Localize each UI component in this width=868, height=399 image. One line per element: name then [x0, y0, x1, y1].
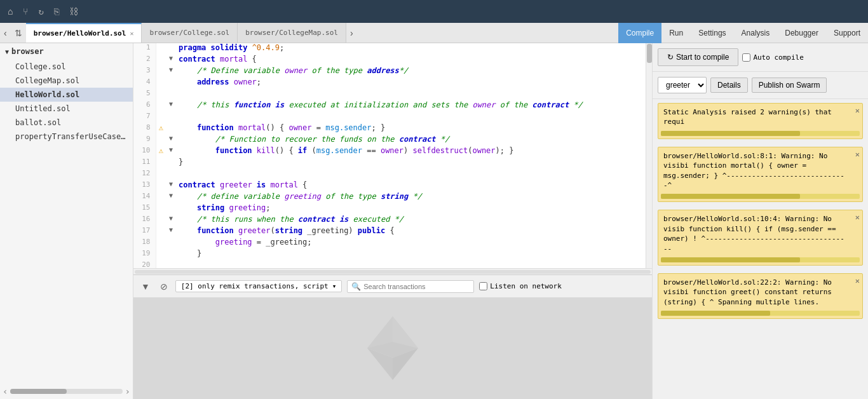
line-warn-9	[156, 135, 166, 146]
line-arrow-16[interactable]: ▼	[166, 215, 176, 226]
line-warn-12	[156, 169, 166, 180]
line-warn-18	[156, 238, 166, 249]
line-arrow-9[interactable]: ▼	[166, 135, 176, 146]
code-row-11: 11}	[133, 158, 652, 169]
warning-close-0[interactable]: ✕	[855, 106, 860, 115]
sidebar-scrollbar[interactable]	[10, 389, 122, 394]
compile-refresh-icon: ↻	[667, 53, 674, 62]
line-warn-11	[156, 158, 166, 169]
editor-hscrollbar[interactable]	[133, 268, 652, 274]
home-icon[interactable]: ⌂	[5, 4, 15, 19]
line-number-5: 5	[133, 89, 156, 100]
details-button[interactable]: Details	[710, 78, 748, 93]
line-code-11: }	[176, 158, 652, 169]
line-arrow-3[interactable]: ▼	[166, 66, 176, 78]
tx-listen-network: Listen on network	[479, 282, 562, 290]
line-code-19: }	[176, 249, 652, 260]
compile-button[interactable]: ↻ Start to compile	[658, 48, 738, 66]
line-number-15: 15	[133, 203, 156, 215]
line-number-6: 6	[133, 100, 156, 112]
tab-next-btn[interactable]: ›	[346, 23, 357, 43]
line-arrow-8	[166, 123, 176, 135]
line-code-3: /* Define variable owner of the type add…	[176, 66, 652, 78]
menu-settings[interactable]: Settings	[691, 23, 733, 43]
line-arrow-17[interactable]: ▼	[166, 226, 176, 238]
tab-helloworld-label: browser/HelloWorld.sol	[34, 29, 126, 37]
tab-helloworld-close[interactable]: ✕	[130, 30, 133, 37]
sidebar-item-helloworld[interactable]: HelloWorld.sol	[0, 88, 133, 102]
warning-close-3[interactable]: ✕	[855, 276, 860, 285]
line-warn-15	[156, 203, 166, 215]
line-code-5	[176, 89, 652, 100]
tx-clear-btn[interactable]: ⊘	[158, 280, 170, 293]
sidebar-item-ballot[interactable]: ballot.sol	[0, 116, 133, 130]
git-icon[interactable]: ⑂	[20, 4, 31, 19]
menu-analysis[interactable]: Analysis	[734, 23, 778, 43]
tab-collegemap[interactable]: browser/CollegeMap.sol	[238, 23, 346, 43]
menu-support[interactable]: Support	[826, 23, 868, 43]
tx-filter-dropdown[interactable]: [2] only remix transactions, script ▾	[175, 280, 342, 292]
warning-scrollbar-2[interactable]	[661, 257, 860, 262]
sidebar-scroll-left[interactable]: ‹	[3, 386, 8, 396]
sidebar-item-collegemap[interactable]: CollegeMap.sol	[0, 74, 133, 88]
sidebar-scroll-right[interactable]: ›	[125, 386, 130, 396]
tab-move-btn[interactable]: ⇅	[11, 23, 26, 43]
line-number-19: 19	[133, 249, 156, 260]
code-row-5: 5	[133, 89, 652, 100]
copy-icon[interactable]: ⎘	[51, 4, 62, 19]
sidebar-item-college[interactable]: College.sol	[0, 60, 133, 74]
warning-card-1: browser/HelloWorld.sol:8:1: Warning: No …	[658, 147, 863, 203]
warning-close-2[interactable]: ✕	[855, 213, 860, 222]
line-code-1: pragma solidity ^0.4.9;	[176, 43, 652, 55]
menu-debugger[interactable]: Debugger	[777, 23, 826, 43]
sidebar-header[interactable]: ▼ browser	[0, 43, 133, 60]
sidebar-item-untitled[interactable]: Untitled.sol	[0, 102, 133, 116]
code-row-6: 6▼ /* this function is executed at initi…	[133, 100, 652, 112]
line-warn-6	[156, 100, 166, 112]
line-arrow-13[interactable]: ▼	[166, 180, 176, 192]
warning-scrollbar-3[interactable]	[661, 311, 860, 316]
menu-compile[interactable]: Compile	[618, 23, 661, 43]
tab-helloworld[interactable]: browser/HelloWorld.sol ✕	[26, 23, 142, 43]
code-row-20: 20	[133, 260, 652, 268]
code-editor[interactable]: 1pragma solidity ^0.4.9;2▼contract morta…	[133, 43, 652, 268]
line-arrow-19	[166, 249, 176, 260]
tx-collapse-btn[interactable]: ▼	[139, 280, 153, 293]
publish-button[interactable]: Publish on Swarm	[752, 78, 827, 93]
code-row-13: 13▼contract greeter is mortal {	[133, 180, 652, 192]
line-warn-1	[156, 43, 166, 55]
editor-vscrollbar[interactable]	[646, 43, 652, 268]
tab-prev-btn[interactable]: ‹	[0, 23, 11, 43]
code-row-15: 15 string greeting;	[133, 203, 652, 215]
line-warn-10: ⚠	[156, 146, 166, 158]
warning-close-1[interactable]: ✕	[855, 150, 860, 159]
refresh-icon[interactable]: ↻	[36, 4, 46, 19]
sidebar-item-property[interactable]: propertyTransferUseCase_s	[0, 130, 133, 144]
line-number-3: 3	[133, 66, 156, 78]
line-arrow-14[interactable]: ▼	[166, 192, 176, 203]
auto-compile-checkbox[interactable]	[742, 53, 750, 62]
tab-college[interactable]: browser/College.sol	[142, 23, 238, 43]
listen-network-checkbox[interactable]	[479, 282, 487, 290]
code-table: 1pragma solidity ^0.4.9;2▼contract morta…	[133, 43, 652, 268]
line-arrow-15	[166, 203, 176, 215]
contract-select[interactable]: greeter	[658, 77, 707, 93]
warning-scrollbar-1[interactable]	[661, 194, 860, 199]
line-arrow-6[interactable]: ▼	[166, 100, 176, 112]
line-arrow-10[interactable]: ▼	[166, 146, 176, 158]
line-number-16: 16	[133, 215, 156, 226]
warning-scrollbar-0[interactable]	[661, 131, 860, 136]
code-row-17: 17▼ function greeter(string _greeting) p…	[133, 226, 652, 238]
line-number-11: 11	[133, 158, 156, 169]
line-number-8: 8	[133, 123, 156, 135]
line-code-7	[176, 112, 652, 123]
code-row-18: 18 greeting = _greeting;	[133, 238, 652, 249]
line-number-14: 14	[133, 192, 156, 203]
compile-button-label: Start to compile	[676, 53, 729, 62]
code-row-2: 2▼contract mortal {	[133, 55, 652, 66]
line-arrow-2[interactable]: ▼	[166, 55, 176, 66]
search-input[interactable]	[363, 283, 470, 290]
menu-run[interactable]: Run	[661, 23, 691, 43]
link-icon[interactable]: ⛓	[67, 4, 81, 19]
tab-collegemap-label: browser/CollegeMap.sol	[245, 29, 338, 37]
